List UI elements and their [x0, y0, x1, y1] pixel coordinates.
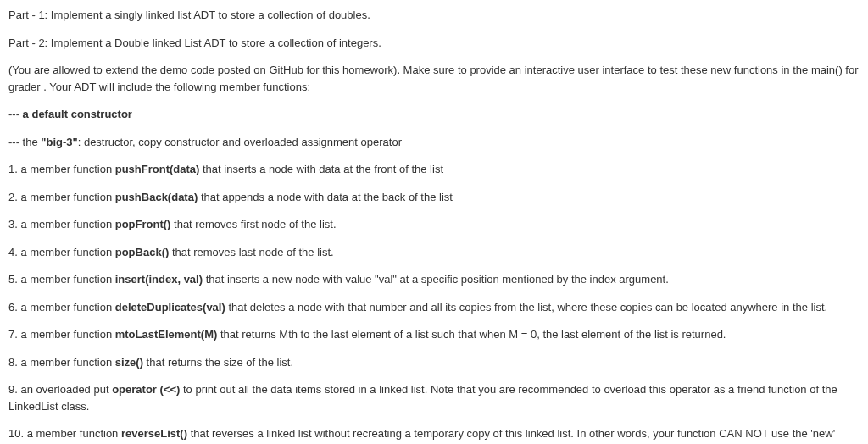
function-9-line: 9. an overloaded put operator (<<) to pr…: [8, 381, 860, 414]
text-prefix: 7. a member function: [8, 328, 115, 341]
text-suffix: : destructor, copy constructor and overl…: [78, 136, 402, 148]
part-2-heading: Part - 2: Implement a Double linked List…: [8, 35, 860, 52]
function-1-line: 1. a member function pushFront(data) tha…: [8, 161, 860, 178]
function-3-line: 3. a member function popFront() that rem…: [8, 216, 860, 233]
default-constructor-bold: a default constructor: [23, 108, 132, 120]
pushfront-bold: pushFront(data): [115, 163, 200, 175]
popfront-bold: popFront(): [115, 218, 171, 230]
big-3-line: --- the "big-3": destructor, copy constr…: [8, 134, 860, 151]
function-6-line: 6. a member function deleteDuplicates(va…: [8, 299, 860, 316]
popback-bold: popBack(): [115, 246, 170, 258]
text-prefix: 5. a member function: [8, 273, 115, 286]
text-suffix: that returns the size of the list.: [143, 356, 293, 369]
text-prefix: 3. a member function: [8, 218, 115, 230]
text-suffix: that removes last node of the list.: [169, 246, 333, 258]
intro-paragraph: (You are allowed to extend the demo code…: [8, 62, 860, 95]
text-prefix: 9. an overloaded put: [8, 383, 112, 396]
text-suffix: that removes first node of the list.: [170, 218, 336, 230]
text-prefix: ---: [8, 108, 23, 120]
function-5-line: 5. a member function insert(index, val) …: [8, 271, 860, 288]
text-prefix: 4. a member function: [8, 246, 115, 258]
deleteduplicates-bold: deleteDuplicates(val): [115, 301, 225, 314]
reverselist-bold: reverseList(): [121, 427, 187, 440]
function-10-line: 10. a member function reverseList() that…: [8, 425, 860, 444]
part-1-heading: Part - 1: Implement a singly linked list…: [8, 7, 860, 24]
pushback-bold: pushBack(data): [115, 191, 198, 203]
text-suffix: that deletes a node with that number and…: [225, 301, 827, 314]
size-bold: size(): [115, 356, 143, 369]
function-7-line: 7. a member function mtoLastElement(M) t…: [8, 326, 860, 343]
default-constructor-line: --- a default constructor: [8, 106, 860, 123]
insert-bold: insert(index, val): [115, 273, 203, 286]
mtolastelement-bold: mtoLastElement(M): [115, 328, 218, 341]
text-suffix: that inserts a new node with value "val"…: [203, 273, 669, 286]
function-8-line: 8. a member function size() that returns…: [8, 354, 860, 371]
text-suffix: that inserts a node with data at the fro…: [199, 163, 443, 175]
operator-bold: operator (<<): [112, 383, 180, 396]
text-prefix: 2. a member function: [8, 191, 115, 203]
text-suffix: that appends a node with data at the bac…: [198, 191, 453, 203]
function-2-line: 2. a member function pushBack(data) that…: [8, 189, 860, 206]
big-3-bold: "big-3": [41, 136, 77, 148]
text-prefix: 6. a member function: [8, 301, 115, 314]
text-prefix: 10. a member function: [8, 427, 121, 440]
text-prefix: --- the: [8, 136, 41, 148]
text-suffix: that returns Mth to the last element of …: [217, 328, 726, 341]
text-prefix: 1. a member function: [8, 163, 115, 175]
function-4-line: 4. a member function popBack() that remo…: [8, 244, 860, 261]
text-prefix: 8. a member function: [8, 356, 115, 369]
